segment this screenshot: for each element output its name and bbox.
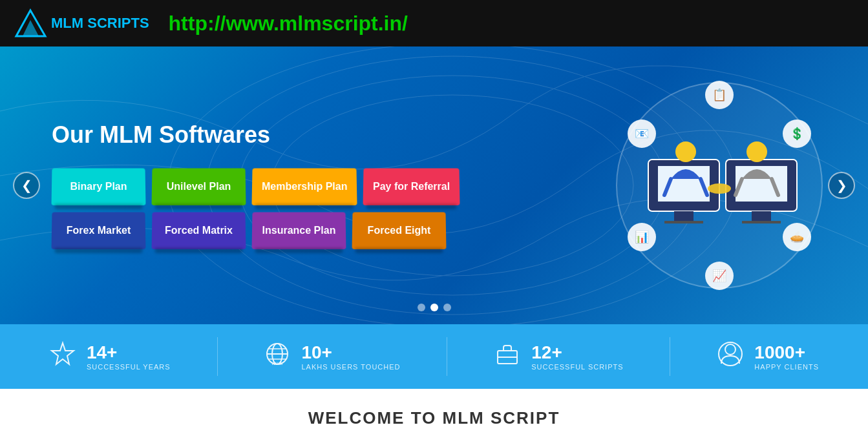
carousel-next-button[interactable]: ❯ [828, 172, 855, 199]
stat-clients-label: HAPPY CLIENTS [754, 363, 819, 371]
svg-text:www: www [271, 360, 284, 366]
star-icon [49, 340, 76, 373]
card-forced-eight[interactable]: Forced Eight [352, 212, 447, 249]
stat-scripts: 12+ SUCCESSFUL SCRIPTS [494, 340, 623, 373]
briefcase-icon [494, 340, 521, 373]
carousel-dots [418, 304, 451, 311]
cards-row-2: Forex Market Forced Matrix Insurance Pla… [52, 212, 465, 249]
stat-users-number: 10+ [301, 342, 400, 363]
welcome-title: WELCOME TO MLM SCRIPT [13, 408, 855, 425]
person-icon [717, 340, 744, 373]
card-pay-for-referral[interactable]: Pay for Referral [363, 168, 460, 205]
hero-content: Our MLM Softwares Binary Plan Unilevel P… [0, 121, 868, 249]
svg-marker-33 [52, 343, 74, 364]
hero-section: ❮ Our MLM Softwares Binary Plan Unilevel… [0, 47, 868, 324]
card-membership-plan[interactable]: Membership Plan [251, 168, 357, 205]
welcome-section: WELCOME TO MLM SCRIPT [0, 389, 868, 425]
carousel-dot-2[interactable] [430, 304, 438, 311]
carousel-dot-1[interactable] [418, 304, 425, 311]
stat-divider-3 [670, 337, 670, 376]
logo: MLM SCRIPTS [13, 7, 149, 39]
cards-row-1: Binary Plan Unilevel Plan Membership Pla… [52, 168, 465, 205]
card-binary-plan[interactable]: Binary Plan [52, 168, 146, 205]
card-unilevel-plan[interactable]: Unilevel Plan [152, 168, 246, 205]
stat-divider-2 [447, 337, 447, 376]
logo-mlm-text: MLM SCRIPTS [51, 15, 149, 32]
card-forced-matrix[interactable]: Forced Matrix [152, 212, 246, 249]
hero-title: Our MLM Softwares [52, 121, 816, 149]
logo-icon [13, 7, 48, 39]
site-header: MLM SCRIPTS http://www.mlmscript.in/ [0, 0, 868, 47]
globe-icon: www [264, 340, 291, 373]
software-cards-grid: Binary Plan Unilevel Plan Membership Pla… [52, 168, 465, 249]
header-url[interactable]: http://www.mlmscript.in/ [169, 12, 408, 36]
stat-years-number: 14+ [87, 342, 171, 363]
stat-successful-years: 14+ SUCCESSFUL YEARS [49, 340, 171, 373]
stats-bar: 14+ SUCCESSFUL YEARS www 10+ LAKHS USERS… [0, 324, 868, 389]
carousel-prev-button[interactable]: ❮ [13, 172, 40, 199]
card-forex-market[interactable]: Forex Market [52, 212, 146, 249]
stat-divider-1 [217, 337, 218, 376]
carousel-dot-3[interactable] [443, 304, 451, 311]
stat-clients: 1000+ HAPPY CLIENTS [717, 340, 819, 373]
svg-point-42 [725, 344, 736, 355]
stat-years-label: SUCCESSFUL YEARS [87, 363, 171, 371]
stat-users-label: LAKHS USERS TOUCHED [301, 363, 400, 371]
stat-scripts-number: 12+ [531, 342, 623, 363]
stat-scripts-label: SUCCESSFUL SCRIPTS [531, 363, 623, 371]
stat-users-touched: www 10+ LAKHS USERS TOUCHED [264, 340, 400, 373]
stat-clients-number: 1000+ [754, 342, 819, 363]
card-insurance-plan[interactable]: Insurance Plan [252, 212, 346, 249]
